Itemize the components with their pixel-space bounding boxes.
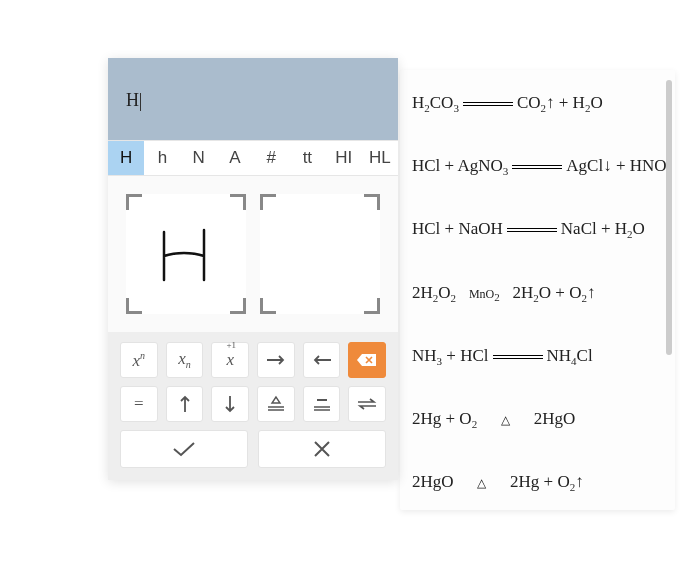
equation-item[interactable]: HCl + AgNO3AgCl↓ + HNO [412,151,663,182]
formula-entry[interactable]: H [108,58,398,140]
equation-item[interactable]: HCl + NaOHNaCl + H2O [412,214,663,245]
cross-icon [312,439,332,459]
equation-item[interactable]: 2Hg + O2 △ 2HgO [412,404,663,435]
key-arrow-left[interactable] [303,342,341,378]
reversible-arrows-icon [355,397,379,411]
key-equals[interactable]: = [120,386,158,422]
bar-over-equals-icon [311,395,333,413]
symbol-keypad: xn xn +1x = [108,332,398,480]
equation-item[interactable]: 2H2O2 MnO2 2H2O + O2↑ [412,278,663,309]
equation-item[interactable]: H2CO3CO2↑ + H2O [412,88,663,119]
key-reversible[interactable] [348,386,386,422]
candidate-h[interactable]: h [144,141,180,175]
scrollbar[interactable] [666,80,672,355]
cancel-button[interactable] [258,430,386,468]
candidate-hash[interactable]: # [253,141,289,175]
key-precipitate-down[interactable] [211,386,249,422]
entry-text: H [126,90,139,110]
handwriting-box-2[interactable] [260,194,380,314]
arrow-down-icon [224,394,236,414]
handwriting-box-1[interactable] [126,194,246,314]
candidate-HL[interactable]: HL [362,141,398,175]
key-superscript[interactable]: xn [120,342,158,378]
arrow-up-icon [179,394,191,414]
key-backspace[interactable] [348,342,386,378]
equation-list[interactable]: H2CO3CO2↑ + H2O HCl + AgNO3AgCl↓ + HNO H… [400,70,675,510]
key-gas-up[interactable] [166,386,204,422]
candidate-H[interactable]: H [108,141,144,175]
arrow-right-icon [265,354,287,366]
arrow-left-icon [311,354,333,366]
text-caret [140,93,141,111]
backspace-icon [356,353,378,367]
candidate-bar: H h N A # tt HI HL [108,140,398,176]
candidate-tt[interactable]: tt [289,141,325,175]
candidate-N[interactable]: N [181,141,217,175]
key-oxidation[interactable]: +1x [211,342,249,378]
key-condition-bar[interactable] [303,386,341,422]
triangle-over-equals-icon [265,395,287,413]
equation-item[interactable]: NH3 + HClNH4Cl [412,341,663,372]
handwriting-stroke [126,194,246,314]
candidate-A[interactable]: A [217,141,253,175]
confirm-button[interactable] [120,430,248,468]
key-arrow-right[interactable] [257,342,295,378]
handwriting-input-panel: H H h N A # tt HI HL xn xn +1x [108,58,398,480]
candidate-HI[interactable]: HI [326,141,362,175]
handwriting-area [108,176,398,332]
key-subscript[interactable]: xn [166,342,204,378]
equation-item[interactable]: 2HgO △ 2Hg + O2↑ [412,467,663,498]
equation-suggestions-panel: H2CO3CO2↑ + H2O HCl + AgNO3AgCl↓ + HNO H… [400,70,675,510]
check-icon [170,440,198,458]
key-condition-triangle[interactable] [257,386,295,422]
